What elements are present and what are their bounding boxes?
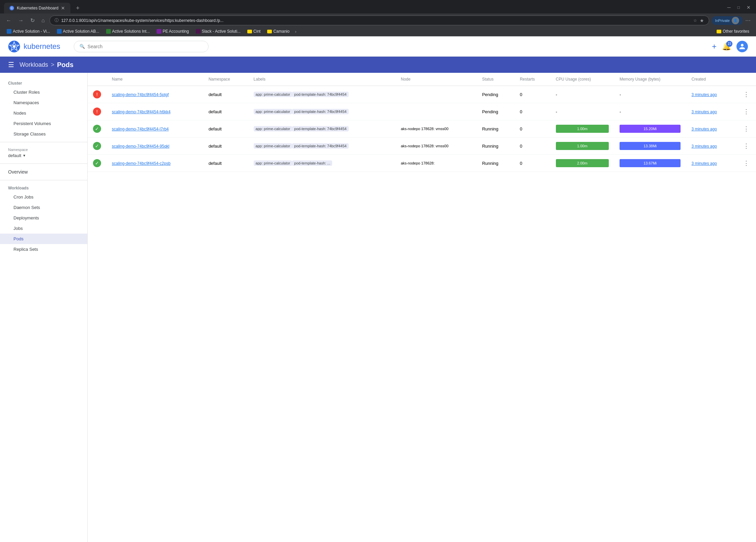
pod-cpu-cell: 1.00m xyxy=(550,138,614,155)
pod-more-button[interactable]: ⋮ xyxy=(742,124,751,134)
sidebar: Cluster Cluster Roles Namespaces Nodes P… xyxy=(0,73,88,542)
folder-icon xyxy=(717,30,721,33)
pod-status-text-cell: Running xyxy=(477,155,514,172)
pod-created-link[interactable]: 3 minutes ago xyxy=(691,127,717,131)
col-status-icon xyxy=(88,73,106,86)
pod-status-cell: ✓ xyxy=(88,155,106,172)
bookmark-pe-accounting[interactable]: PE Accounting xyxy=(154,28,192,35)
pod-created-link[interactable]: 3 minutes ago xyxy=(691,161,717,166)
breadcrumb-workloads[interactable]: Workloads xyxy=(20,61,48,68)
back-button[interactable]: ← xyxy=(4,16,13,25)
sidebar-item-jobs[interactable]: Jobs xyxy=(0,223,87,234)
sidebar-item-cluster-roles[interactable]: Cluster Roles xyxy=(0,87,87,97)
star-icon[interactable]: ☆ xyxy=(693,18,697,23)
sidebar-item-pods[interactable]: Pods xyxy=(0,234,87,244)
bookmark-folder-other[interactable]: Other favorites xyxy=(714,28,752,35)
pod-more-cell: ⋮ xyxy=(736,103,756,120)
pod-name-link[interactable]: scaling-demo-74bc9f4454-h6kk4 xyxy=(112,110,170,114)
col-namespace: Namespace xyxy=(203,73,248,86)
pod-memory-cell: 13.67Mi xyxy=(614,155,686,172)
pod-restarts-cell: 0 xyxy=(514,120,550,138)
minimize-button[interactable]: ─ xyxy=(726,3,732,11)
hamburger-menu-button[interactable]: ☰ xyxy=(8,61,14,69)
error-status-icon: ! xyxy=(93,108,101,116)
pod-name-link[interactable]: scaling-demo-74bc9f4454-95qkl xyxy=(112,144,169,149)
home-button[interactable]: ⌂ xyxy=(39,16,47,25)
memory-usage-bar: 15.20Mi xyxy=(620,125,681,133)
bookmark-active-solution-vi[interactable]: Active Solution - Vi... xyxy=(4,28,53,35)
sidebar-item-deployments[interactable]: Deployments xyxy=(0,213,87,223)
more-options-button[interactable]: ⋯ xyxy=(744,16,752,25)
pod-status-cell: ✓ xyxy=(88,120,106,138)
sidebar-item-nodes[interactable]: Nodes xyxy=(0,108,87,118)
pods-table: Name Namespace Labels Node Status Restar… xyxy=(88,73,756,172)
bookmark-label: Active Solutions Int... xyxy=(112,29,150,34)
add-resource-button[interactable]: + xyxy=(712,42,717,51)
bookmark-favicon xyxy=(106,29,111,34)
close-window-button[interactable]: ✕ xyxy=(745,3,752,11)
sidebar-item-storage-classes[interactable]: Storage Classes xyxy=(0,129,87,139)
pod-memory-cell: 15.20Mi xyxy=(614,120,686,138)
bookmark-active-solutions-int[interactable]: Active Solutions Int... xyxy=(103,28,153,35)
notifications-button[interactable]: 🔔 15 xyxy=(722,42,731,51)
pod-more-button[interactable]: ⋮ xyxy=(742,141,751,151)
table-row: ✓scaling-demo-74bc9f4454-l7rb4defaultapp… xyxy=(88,120,756,138)
pod-node-cell: aks-nodepo 178628: vmss00 xyxy=(396,120,477,138)
label-badge: pod-template-hash: ... xyxy=(292,160,332,166)
pod-created-link[interactable]: 3 minutes ago xyxy=(691,144,717,149)
pod-name-link[interactable]: scaling-demo-74bc9f4454-l7rb4 xyxy=(112,127,169,131)
pod-memory-cell: - xyxy=(614,86,686,103)
browser-tab-active[interactable]: Kubernetes Dashboard ✕ xyxy=(4,3,70,13)
pod-created-link[interactable]: 3 minutes ago xyxy=(691,92,717,97)
sidebar-item-overview[interactable]: Overview xyxy=(0,167,87,177)
bookmark-slack[interactable]: Slack - Active Soluti... xyxy=(193,28,243,35)
pod-more-cell: ⋮ xyxy=(736,120,756,138)
success-status-icon: ✓ xyxy=(93,159,101,167)
pod-cpu-cell: 2.00m xyxy=(550,155,614,172)
bookmark-folder-camanio[interactable]: Camanio xyxy=(264,28,292,35)
forward-button[interactable]: → xyxy=(16,16,26,25)
pod-namespace-cell: default xyxy=(203,155,248,172)
sidebar-item-daemon-sets[interactable]: Daemon Sets xyxy=(0,202,87,213)
new-tab-button[interactable]: + xyxy=(73,3,82,13)
bookmark-label: Cint xyxy=(253,29,260,34)
collections-icon[interactable]: ★ xyxy=(700,18,704,23)
sidebar-item-persistent-volumes[interactable]: Persistent Volumes xyxy=(0,118,87,129)
bookmark-label: Other favorites xyxy=(723,29,749,34)
reload-button[interactable]: ↻ xyxy=(28,16,37,25)
pod-created-link[interactable]: 3 minutes ago xyxy=(691,110,717,114)
bookmarks-more-chevron[interactable]: › xyxy=(293,29,297,34)
pod-status-text-cell: Running xyxy=(477,120,514,138)
label-badge: pod-template-hash: 74bc9f4454 xyxy=(292,109,348,114)
pod-created-cell: 3 minutes ago xyxy=(686,103,736,120)
pod-memory-cell: - xyxy=(614,103,686,120)
bookmark-label: Active Solution AB... xyxy=(63,29,99,34)
search-input[interactable] xyxy=(88,44,203,49)
pod-name-link[interactable]: scaling-demo-74bc9f4454-5ptgf xyxy=(112,92,169,97)
sidebar-item-cron-jobs[interactable]: Cron Jobs xyxy=(0,192,87,202)
pod-name-link[interactable]: scaling-demo-74bc9f4454-c2psb xyxy=(112,161,170,166)
pod-more-button[interactable]: ⋮ xyxy=(742,158,751,168)
pod-more-button[interactable]: ⋮ xyxy=(742,89,751,99)
bookmark-folder-cint[interactable]: Cint xyxy=(245,28,263,35)
toolbar-icons: InPrivate 👤 ⋯ xyxy=(712,16,752,25)
address-bar[interactable]: ⓘ 127.0.0.1:8001/api/v1/namespaces/kube-… xyxy=(50,16,709,25)
pod-namespace-cell: default xyxy=(203,138,248,155)
col-cpu: CPU Usage (cores) xyxy=(550,73,614,86)
user-profile-button[interactable] xyxy=(736,41,748,52)
sidebar-item-namespaces[interactable]: Namespaces xyxy=(0,97,87,108)
sidebar-item-replica-sets[interactable]: Replica Sets xyxy=(0,244,87,254)
pod-more-button[interactable]: ⋮ xyxy=(742,107,751,117)
bookmark-label: PE Accounting xyxy=(163,29,189,34)
pod-cpu-cell: - xyxy=(550,86,614,103)
folder-icon xyxy=(267,30,272,33)
in-private-badge[interactable]: InPrivate 👤 xyxy=(712,16,743,25)
pod-name-cell: scaling-demo-74bc9f4454-95qkl xyxy=(106,138,203,155)
label-badge: app: prime-calculator xyxy=(254,160,292,166)
bookmark-active-solution-ab[interactable]: Active Solution AB... xyxy=(54,28,102,35)
k8s-header: kubernetes 🔍 + 🔔 15 xyxy=(0,36,756,57)
k8s-search[interactable]: 🔍 xyxy=(74,41,209,52)
maximize-button[interactable]: □ xyxy=(736,3,741,11)
namespace-select[interactable]: default ▼ xyxy=(8,153,79,158)
tab-close-button[interactable]: ✕ xyxy=(61,5,65,11)
